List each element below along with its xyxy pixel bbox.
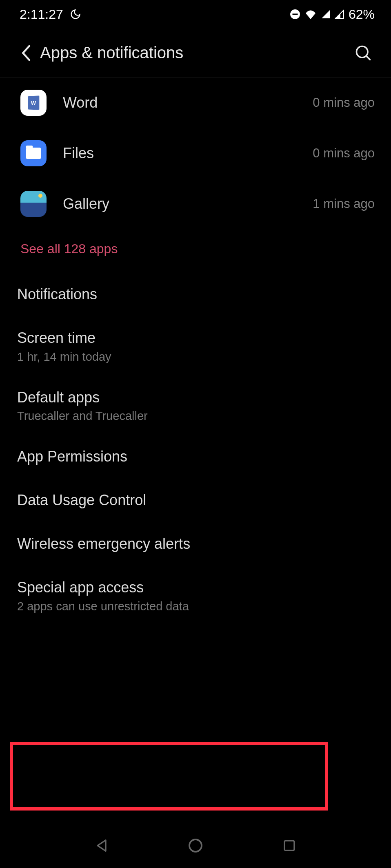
svg-rect-5: [284, 841, 294, 850]
app-row-gallery[interactable]: Gallery 1 mins ago: [0, 179, 391, 229]
nav-home-button[interactable]: [183, 833, 208, 858]
nav-recents-button[interactable]: [277, 833, 302, 858]
app-name-label: Files: [63, 145, 313, 162]
svg-rect-1: [292, 13, 298, 15]
settings-title: Default apps: [17, 388, 374, 407]
app-row-word[interactable]: W Word 0 mins ago: [0, 77, 391, 128]
settings-notifications[interactable]: Notifications: [0, 273, 391, 316]
settings-app-permissions[interactable]: App Permissions: [0, 435, 391, 479]
see-all-apps-link[interactable]: See all 128 apps: [0, 229, 391, 273]
settings-special-access[interactable]: Special app access 2 apps can use unrest…: [0, 566, 391, 625]
app-time-label: 1 mins ago: [313, 197, 375, 211]
status-left: 2:11:27: [20, 7, 81, 22]
gallery-app-icon: [20, 191, 47, 217]
status-bar: 2:11:27: [0, 0, 391, 29]
search-button[interactable]: [352, 42, 375, 64]
page-title: Apps & notifications: [40, 44, 183, 62]
app-name-label: Word: [63, 94, 313, 111]
settings-title: App Permissions: [17, 447, 374, 466]
settings-title: Special app access: [17, 578, 374, 597]
settings-data-usage[interactable]: Data Usage Control: [0, 479, 391, 522]
header: Apps & notifications: [0, 29, 391, 77]
signal1-icon: [321, 9, 331, 19]
settings-title: Data Usage Control: [17, 491, 374, 510]
battery-text: 62%: [349, 7, 375, 22]
app-time-label: 0 mins ago: [313, 146, 375, 161]
signal2-icon: [335, 9, 344, 19]
settings-wireless-alerts[interactable]: Wireless emergency alerts: [0, 522, 391, 566]
wifi-icon: [304, 9, 317, 19]
settings-title: Screen time: [17, 329, 374, 348]
svg-point-4: [189, 839, 202, 852]
settings-subtitle: 1 hr, 14 min today: [17, 350, 374, 364]
status-right: 62%: [290, 7, 375, 22]
files-app-icon: [20, 140, 47, 166]
app-name-label: Gallery: [63, 195, 313, 212]
dnd-circle-icon: [290, 9, 300, 20]
settings-subtitle: Truecaller and Truecaller: [17, 409, 374, 423]
settings-title: Wireless emergency alerts: [17, 534, 374, 554]
clock-text: 2:11:27: [20, 7, 63, 22]
settings-subtitle: 2 apps can use unrestricted data: [17, 600, 374, 613]
svg-line-3: [366, 56, 370, 60]
settings-screen-time[interactable]: Screen time 1 hr, 14 min today: [0, 316, 391, 376]
app-row-files[interactable]: Files 0 mins ago: [0, 128, 391, 179]
app-time-label: 0 mins ago: [313, 95, 375, 110]
highlight-annotation: [10, 742, 328, 811]
word-app-icon: W: [20, 90, 47, 116]
settings-title: Notifications: [17, 285, 374, 304]
nav-back-button[interactable]: [89, 833, 114, 858]
back-button[interactable]: [16, 43, 36, 63]
navigation-bar: [0, 823, 391, 868]
settings-default-apps[interactable]: Default apps Truecaller and Truecaller: [0, 376, 391, 435]
dnd-moon-icon: [70, 9, 81, 20]
